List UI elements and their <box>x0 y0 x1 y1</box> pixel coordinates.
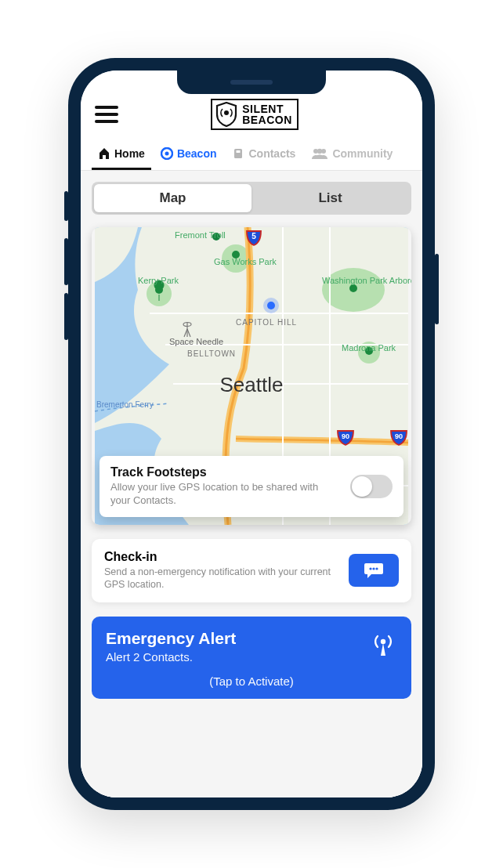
community-icon <box>311 147 328 160</box>
view-toggle: Map List <box>92 182 411 215</box>
view-toggle-list[interactable]: List <box>252 184 409 212</box>
svg-text:90: 90 <box>395 432 403 440</box>
tab-home-label: Home <box>114 147 145 160</box>
view-toggle-map[interactable]: Map <box>94 184 252 212</box>
track-title: Track Footsteps <box>110 465 341 479</box>
phone-power-button <box>435 254 439 324</box>
svg-point-43 <box>369 568 371 570</box>
svg-text:BELLTOWN: BELLTOWN <box>187 349 236 358</box>
checkin-card: Check-in Send a non-emergency notificati… <box>92 539 411 602</box>
svg-point-44 <box>372 568 375 570</box>
alert-subtitle: Alert 2 Contacts. <box>106 650 397 664</box>
svg-point-45 <box>375 568 378 570</box>
checkin-title: Check-in <box>104 550 338 564</box>
content-area: Map List <box>81 171 422 797</box>
phone-notch <box>177 71 326 94</box>
nav-tabs: Home Beacon Contacts <box>81 136 422 171</box>
svg-text:Bremerton Ferry: Bremerton Ferry <box>96 400 154 409</box>
alert-tap-hint: (Tap to Activate) <box>106 675 397 688</box>
checkin-desc: Send a non-emergency notification with y… <box>104 566 338 591</box>
phone-mute-switch <box>64 191 68 221</box>
svg-rect-4 <box>237 150 241 153</box>
svg-point-7 <box>317 149 322 154</box>
track-footsteps-card: Track Footsteps Allow your live GPS loca… <box>100 456 403 517</box>
tab-community[interactable]: Community <box>305 141 399 170</box>
emergency-alert-card[interactable]: Emergency Alert Alert 2 Contacts. (Tap t… <box>92 617 411 699</box>
broadcast-icon <box>371 632 396 657</box>
svg-text:5: 5 <box>252 232 256 241</box>
phone-speaker <box>230 80 273 85</box>
chat-icon <box>364 562 384 579</box>
svg-text:CAPITOL HILL: CAPITOL HILL <box>236 318 297 327</box>
menu-button[interactable] <box>95 106 118 123</box>
checkin-button[interactable] <box>349 554 399 587</box>
track-desc: Allow your live GPS location to be share… <box>110 481 341 508</box>
contacts-icon <box>232 147 244 160</box>
svg-text:Fremont Troll: Fremont Troll <box>175 230 226 240</box>
track-toggle[interactable] <box>350 475 393 498</box>
logo-wrap: SILENT BEACON <box>132 99 408 130</box>
svg-point-0 <box>224 110 229 115</box>
svg-text:Gas Works Park: Gas Works Park <box>214 257 277 266</box>
phone-volume-up <box>64 238 68 285</box>
logo-text-1: SILENT <box>242 103 292 114</box>
home-icon <box>98 147 110 160</box>
svg-text:Madrona Park: Madrona Park <box>342 343 396 353</box>
logo-text-2: BEACON <box>242 114 292 125</box>
app-logo: SILENT BEACON <box>211 99 299 130</box>
svg-point-2 <box>165 152 168 156</box>
toggle-knob <box>352 476 372 497</box>
tab-community-label: Community <box>332 147 393 160</box>
tab-contacts-label: Contacts <box>248 147 295 160</box>
phone-frame: SILENT BEACON Home Beacon Cont <box>68 58 435 810</box>
tab-contacts[interactable]: Contacts <box>226 141 302 170</box>
shield-beacon-icon <box>215 102 237 127</box>
svg-text:Washington Park Arboretum: Washington Park Arboretum <box>322 276 411 285</box>
tab-home[interactable]: Home <box>92 141 151 170</box>
map-card[interactable]: 5 90 90 Fremont Troll Gas Works Park <box>92 227 411 525</box>
svg-text:Seattle: Seattle <box>220 373 284 396</box>
svg-text:90: 90 <box>342 432 349 440</box>
app-root: SILENT BEACON Home Beacon Cont <box>81 71 422 797</box>
svg-point-20 <box>267 302 275 309</box>
tab-beacon-label: Beacon <box>177 147 217 160</box>
svg-point-25 <box>155 286 163 294</box>
svg-text:Space Needle: Space Needle <box>169 337 223 346</box>
svg-rect-3 <box>234 149 242 158</box>
alert-title: Emergency Alert <box>106 629 397 648</box>
tab-beacon[interactable]: Beacon <box>154 141 223 170</box>
beacon-icon <box>161 147 173 160</box>
svg-text:Kerry Park: Kerry Park <box>138 276 179 285</box>
phone-screen: SILENT BEACON Home Beacon Cont <box>81 71 422 797</box>
phone-volume-down <box>64 293 68 340</box>
svg-point-27 <box>349 284 357 292</box>
